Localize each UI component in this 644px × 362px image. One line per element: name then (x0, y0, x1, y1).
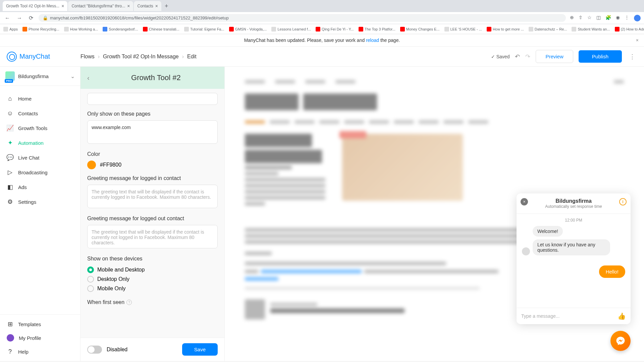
bookmark[interactable]: Chinese translati... (143, 27, 179, 32)
close-icon[interactable]: × (61, 3, 64, 9)
bookmark[interactable]: Apps (3, 27, 18, 32)
sidebar-item-label: Automation (18, 140, 44, 146)
close-icon[interactable]: × (636, 38, 639, 43)
menu-icon[interactable]: ⋮ (625, 15, 629, 21)
new-tab-button[interactable]: + (162, 1, 171, 11)
messenger-fab[interactable] (610, 331, 631, 351)
editor-header: ‹ Growth Tool #2 (80, 67, 224, 89)
sidebar-item-profile[interactable]: My Profile (0, 331, 80, 345)
puzzle-icon[interactable]: 🧩 (605, 15, 611, 21)
bookmark[interactable]: Money Changes E... (400, 27, 440, 32)
bookmark[interactable]: How to get more ... (487, 27, 524, 32)
bookmark[interactable]: Qing Fei De Yi - Y... (316, 27, 354, 32)
bookmark[interactable]: The Top 3 Platfor... (359, 27, 395, 32)
thumbs-up-icon[interactable]: 👍 (618, 312, 626, 320)
templates-icon: ⊞ (7, 321, 13, 327)
editor-body[interactable]: Only show on these pages www.example.com… (80, 89, 224, 361)
input-card[interactable] (87, 93, 218, 105)
greeting-out-input[interactable] (87, 225, 218, 248)
breadcrumb: Flows › Growth Tool #2 Opt-In Message › … (80, 54, 197, 60)
share-icon[interactable]: ⇧ (579, 15, 583, 21)
logo-text: ManyChat (19, 53, 50, 60)
sidebar-item-ads[interactable]: ◧Ads (0, 180, 80, 194)
bm-icon (359, 27, 363, 32)
field-label: When first seen? (87, 299, 218, 305)
ext-icon[interactable]: ◫ (596, 15, 601, 21)
sidebar-item-broadcasting[interactable]: ▷Broadcasting (0, 165, 80, 180)
bm-icon (229, 27, 234, 32)
bookmark[interactable]: How Working a... (64, 27, 98, 32)
close-icon[interactable]: × (521, 198, 528, 205)
sidebar-item-label: Contacts (18, 111, 38, 116)
editor-footer: Disabled Save (80, 338, 224, 361)
ext2-icon[interactable]: ◉ (616, 15, 620, 21)
field-label: Greeting message for logged in contact (87, 175, 218, 181)
bookmark[interactable]: (2) How to Add A... (615, 27, 644, 32)
close-icon[interactable]: × (127, 3, 130, 9)
breadcrumb-item[interactable]: Growth Tool #2 Opt-In Message (103, 54, 179, 60)
sidebar-item-home[interactable]: ⌂Home (0, 91, 80, 106)
bm-icon (316, 27, 320, 32)
info-icon[interactable]: i (619, 198, 627, 205)
workspace-selector[interactable]: PRO Bildungsfirma ⌄ (0, 67, 80, 86)
bookmark[interactable]: Sonderangebot!... (103, 27, 138, 32)
url-text: manychat.com/fb19815020819206018/cms/fil… (50, 15, 229, 20)
header-actions: ✓Saved ↶ ↷ Preview Publish ⋮ (491, 50, 637, 63)
gear-icon: ⚙ (7, 198, 13, 205)
bookmark[interactable]: LEE 'S HOUSE - ... (444, 27, 482, 32)
save-button[interactable]: Save (182, 343, 218, 356)
url-input[interactable]: 🔒manychat.com/fb19815020819206018/cms/fi… (39, 14, 566, 22)
reload-link[interactable]: reload (366, 38, 379, 43)
forward-icon[interactable]: → (15, 14, 23, 22)
more-menu-icon[interactable]: ⋮ (627, 53, 637, 60)
star-icon[interactable]: ☆ (587, 15, 592, 21)
bookmark[interactable]: Tutorial: Eigene Fa... (184, 27, 224, 32)
field-only-show: Only show on these pages www.example.com (87, 111, 218, 145)
browser-tab[interactable]: Contacts× (134, 1, 161, 11)
bm-icon (487, 27, 491, 32)
install-icon[interactable]: ⊕ (570, 15, 574, 21)
enabled-toggle[interactable] (87, 346, 102, 354)
sidebar-item-templates[interactable]: ⊞Templates (0, 317, 80, 331)
bookmark[interactable]: GMSN - Vologda,... (229, 27, 267, 32)
radio-mobile-desktop[interactable]: Mobile and Desktop (87, 265, 218, 275)
avatar-icon (522, 247, 530, 255)
sidebar-item-settings[interactable]: ⚙Settings (0, 194, 80, 209)
radio-desktop-only[interactable]: Desktop Only (87, 275, 218, 284)
bm-icon (184, 27, 189, 32)
sidebar-item-help[interactable]: ?Help (0, 345, 80, 358)
sidebar-item-live-chat[interactable]: 💬Live Chat (0, 150, 80, 165)
field-color: Color #FF9800 (87, 151, 218, 169)
back-button[interactable]: ‹ (87, 74, 90, 82)
breadcrumb-item[interactable]: Flows (80, 54, 95, 60)
bm-icon (64, 27, 69, 32)
chevron-right-icon: › (98, 54, 100, 60)
bookmark[interactable]: Datenschutz – Re... (529, 27, 567, 32)
pages-input[interactable]: www.example.com (87, 120, 218, 144)
bm-icon (529, 27, 533, 32)
bookmark[interactable]: Student Wants an... (572, 27, 610, 32)
sidebar-item-automation[interactable]: ✦Automation (0, 135, 80, 150)
avatar-icon[interactable] (634, 15, 641, 21)
publish-button[interactable]: Publish (579, 50, 622, 63)
undo-button[interactable]: ↶ (515, 53, 520, 60)
bookmark[interactable]: Lessons Learned f... (271, 27, 311, 32)
sidebar-item-label: Growth Tools (18, 125, 47, 131)
browser-chrome: Growth Tool #2 Opt-In Mess...× Contact "… (0, 0, 644, 34)
color-picker[interactable]: #FF9800 (87, 161, 218, 169)
bookmark[interactable]: Phone Recycling... (22, 27, 59, 32)
back-icon[interactable]: ← (3, 14, 11, 22)
help-icon[interactable]: ? (126, 300, 132, 305)
radio-mobile-only[interactable]: Mobile Only (87, 284, 218, 293)
radio-icon (87, 285, 94, 292)
preview-button[interactable]: Preview (536, 50, 573, 63)
reload-icon[interactable]: ⟳ (28, 13, 35, 22)
browser-tab[interactable]: Growth Tool #2 Opt-In Mess...× (3, 1, 67, 11)
sidebar-item-growth-tools[interactable]: 📈Growth Tools (0, 121, 80, 135)
logo[interactable]: ManyChat (7, 52, 80, 62)
greeting-in-input[interactable] (87, 185, 218, 208)
chat-input[interactable] (521, 313, 618, 319)
browser-tab[interactable]: Contact "Bildungsfirma" thro...× (68, 1, 133, 11)
sidebar-item-contacts[interactable]: ☺Contacts (0, 106, 80, 121)
close-icon[interactable]: × (155, 3, 158, 9)
